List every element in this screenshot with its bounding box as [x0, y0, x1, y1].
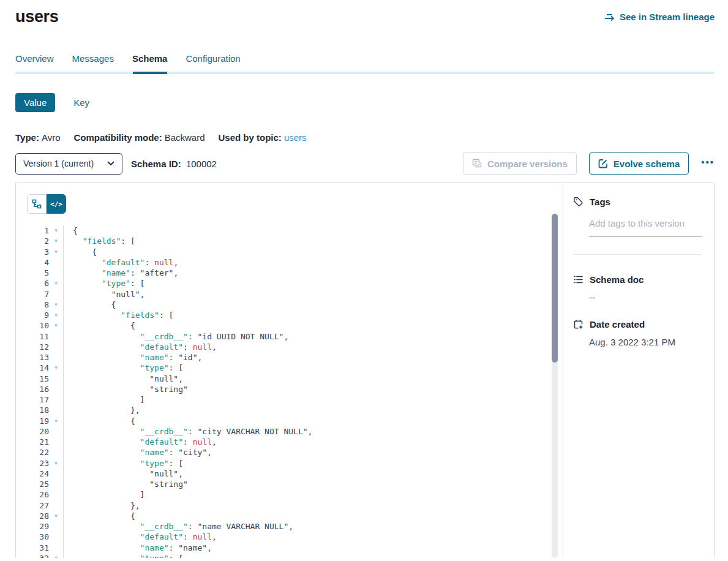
code-line: 9▼ "fields": [: [27, 310, 563, 320]
fold-arrow-icon[interactable]: ▼: [49, 310, 63, 320]
fold-arrow-icon[interactable]: ▼: [49, 236, 63, 246]
line-gutter: 24: [27, 469, 64, 479]
topic-link[interactable]: users: [284, 132, 307, 143]
code-line: 28▼ {: [27, 511, 563, 521]
page-title: users: [15, 7, 59, 26]
fold-spacer: [49, 257, 63, 268]
code-line: 6▼ "type": [: [27, 278, 563, 288]
used-by-topic: Used by topic: users: [219, 132, 307, 143]
line-gutter: 1▼: [27, 225, 64, 236]
evolve-schema-button[interactable]: Evolve schema: [589, 152, 689, 175]
fold-arrow-icon[interactable]: ▼: [49, 320, 63, 331]
fold-arrow-icon[interactable]: ▼: [49, 278, 63, 288]
code-text: "__crdb__": "id UUID NOT NULL",: [64, 331, 288, 342]
evolve-schema-label: Evolve schema: [614, 159, 680, 169]
topic-label: Used by topic:: [219, 132, 282, 143]
line-number: 19: [27, 416, 49, 426]
key-toggle-link[interactable]: Key: [73, 97, 89, 108]
code-line: 13 "name": "id",: [27, 352, 563, 363]
tab-configuration[interactable]: Configuration: [186, 53, 240, 72]
code-text: "default": null,: [64, 532, 217, 542]
code-text: },: [64, 405, 140, 415]
fold-arrow-icon[interactable]: ▼: [49, 458, 63, 469]
code-view-icon: </>: [50, 200, 62, 208]
code-text: {: [64, 511, 135, 521]
line-gutter: 30: [27, 532, 64, 542]
code-text: "fields": [: [64, 236, 135, 246]
calendar-plus-icon: [573, 319, 584, 329]
code-line: 16 "string": [27, 384, 563, 394]
line-gutter: 31: [27, 543, 64, 553]
fold-arrow-icon[interactable]: ▼: [49, 511, 63, 521]
code-line: 30 "default": null,: [27, 532, 563, 542]
fold-spacer: [49, 352, 63, 363]
line-number: 22: [27, 447, 49, 457]
schema-doc-section: Schema doc --: [573, 274, 702, 303]
fold-spacer: [49, 521, 63, 532]
value-toggle-button[interactable]: Value: [15, 93, 55, 112]
line-number: 1: [27, 225, 49, 236]
code-text: "name": "after",: [64, 268, 178, 278]
active-tab-indicator: [133, 72, 167, 74]
fold-spacer: [49, 469, 63, 479]
fold-arrow-icon[interactable]: ▼: [49, 553, 63, 558]
line-gutter: 28▼: [27, 511, 64, 521]
version-select[interactable]: Version 1 (current): [15, 153, 122, 175]
code-text: "default": null,: [64, 437, 217, 447]
code-line: 29 "__crdb__": "name VARCHAR NULL",: [27, 521, 563, 532]
schema-doc-title: Schema doc: [590, 274, 644, 285]
line-gutter: 22: [27, 447, 64, 457]
see-in-stream-lineage-link[interactable]: See in Stream lineage: [604, 12, 715, 22]
compatibility-mode: Compatibility mode: Backward: [73, 132, 205, 143]
fold-spacer: [49, 532, 63, 542]
code-text: "type": [: [64, 278, 144, 288]
tab-messages[interactable]: Messages: [72, 53, 114, 72]
fold-arrow-icon[interactable]: ▼: [49, 299, 63, 310]
fold-arrow-icon[interactable]: ▼: [49, 416, 63, 426]
line-number: 9: [27, 310, 49, 320]
stream-lineage-icon: [604, 12, 615, 21]
fold-arrow-icon[interactable]: ▼: [49, 247, 63, 257]
code-line: 11 "__crdb__": "id UUID NOT NULL",: [27, 331, 563, 342]
schema-id-label: Schema ID:: [131, 159, 181, 169]
date-created-value: Aug. 3 2022 3:21 PM: [589, 337, 702, 347]
code-text: "fields": [: [64, 310, 173, 320]
line-number: 23: [27, 458, 49, 469]
code-line: 14▼ "type": [: [27, 363, 563, 373]
value-key-toggle: Value Key: [15, 93, 715, 112]
tab-schema[interactable]: Schema: [132, 53, 168, 72]
date-created-header: Date created: [573, 319, 702, 329]
fold-spacer: [49, 342, 63, 352]
line-gutter: 18: [27, 405, 64, 415]
tree-view-button[interactable]: [27, 194, 47, 214]
line-gutter: 3▼: [27, 247, 64, 257]
code-line: 10▼ {: [27, 320, 563, 331]
fold-spacer: [49, 447, 63, 457]
fold-spacer: [49, 374, 63, 384]
line-gutter: 20: [27, 426, 64, 437]
line-number: 17: [27, 394, 49, 405]
fold-arrow-icon[interactable]: ▼: [49, 225, 63, 236]
code-view-button[interactable]: </>: [47, 194, 66, 214]
fold-arrow-icon[interactable]: ▼: [49, 363, 63, 373]
compare-versions-button[interactable]: Compare versions: [463, 152, 577, 175]
code-scrollbar-track[interactable]: [552, 214, 558, 558]
line-gutter: 4: [27, 257, 64, 268]
code-text: "null",: [64, 289, 144, 299]
add-tags-input[interactable]: [589, 218, 702, 236]
tab-overview[interactable]: Overview: [15, 53, 54, 72]
code-text: {: [64, 299, 116, 310]
code-text: "__crdb__": "city VARCHAR NOT NULL",: [64, 426, 312, 437]
compat-label: Compatibility mode:: [73, 132, 162, 143]
more-actions-button[interactable]: •••: [701, 157, 715, 171]
code-text: "null",: [64, 469, 183, 479]
code-line: 3▼ {: [27, 247, 563, 257]
line-gutter: 14▼: [27, 363, 64, 373]
tab-bar: Overview Messages Schema Configuration: [15, 53, 715, 72]
code-text: "string": [64, 479, 188, 489]
fold-spacer: [49, 331, 63, 342]
schema-id: Schema ID: 100002: [131, 159, 217, 169]
code-line: 2▼ "fields": [: [27, 236, 563, 246]
line-number: 27: [27, 500, 49, 511]
code-scrollbar-thumb[interactable]: [552, 214, 558, 363]
